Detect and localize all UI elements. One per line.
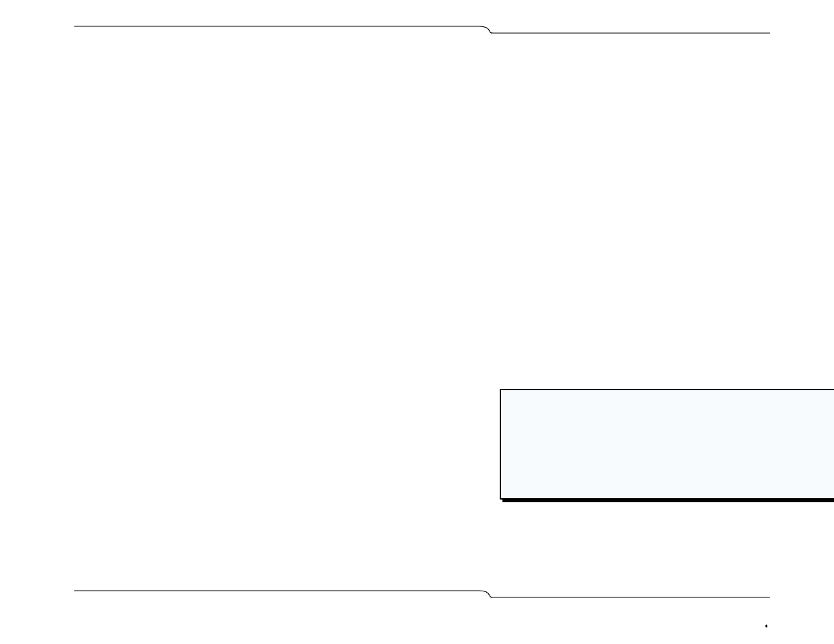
callout-box <box>500 389 834 500</box>
diamond-icon: ♦ <box>762 622 770 629</box>
page-footer: ♦ <box>762 620 770 630</box>
bottom-rule <box>74 590 770 598</box>
top-rule <box>74 26 770 34</box>
